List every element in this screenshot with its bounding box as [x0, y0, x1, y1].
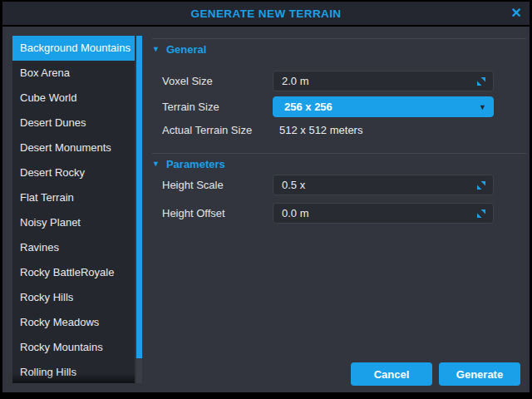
drag-resize-icon — [476, 180, 486, 190]
terrain-size-dropdown[interactable]: 256 x 256 ▼ — [273, 96, 494, 117]
drag-resize-icon — [476, 76, 486, 86]
generate-button[interactable]: Generate — [439, 362, 520, 386]
voxel-size-input[interactable]: 2.0 m — [273, 71, 494, 91]
section-header-general[interactable]: ▼ General — [152, 42, 206, 56]
field-label-height-scale: Height Scale — [162, 175, 224, 195]
chevron-down-icon: ▼ — [479, 103, 486, 111]
section-header-parameters[interactable]: ▼ Parameters — [152, 157, 225, 170]
field-label-voxel-size: Voxel Size — [162, 71, 213, 91]
section-label: Parameters — [166, 158, 225, 170]
dialog-title: GENERATE NEW TERRAIN — [190, 7, 341, 20]
field-label-height-offset: Height Offset — [162, 203, 225, 224]
title-bar: GENERATE NEW TERRAIN ✕ — [2, 2, 530, 27]
dialog-footer: Cancel Generate — [351, 362, 520, 386]
dialog-body: Background MountainsBox ArenaCube WorldD… — [2, 27, 530, 392]
chevron-down-icon: ▼ — [152, 46, 160, 53]
field-label-terrain-size: Terrain Size — [162, 96, 219, 117]
close-icon[interactable]: ✕ — [511, 7, 522, 20]
section-divider — [152, 153, 526, 154]
dialog-frame: GENERATE NEW TERRAIN ✕ Background Mounta… — [0, 0, 532, 399]
cancel-button[interactable]: Cancel — [351, 362, 432, 386]
drag-resize-icon — [476, 209, 486, 219]
section-divider — [152, 38, 526, 39]
actual-terrain-size-value: 512 x 512 meters — [279, 120, 362, 140]
section-label: General — [166, 43, 206, 56]
field-label-actual-terrain-size: Actual Terrain Size — [162, 120, 252, 140]
settings-panel: ▼ General Voxel Size 2.0 m Terrain Size … — [2, 27, 530, 392]
generate-terrain-dialog: GENERATE NEW TERRAIN ✕ Background Mounta… — [2, 2, 530, 392]
height-scale-input[interactable]: 0.5 x — [273, 175, 494, 195]
chevron-down-icon: ▼ — [152, 160, 160, 168]
height-offset-input[interactable]: 0.0 m — [273, 203, 494, 224]
